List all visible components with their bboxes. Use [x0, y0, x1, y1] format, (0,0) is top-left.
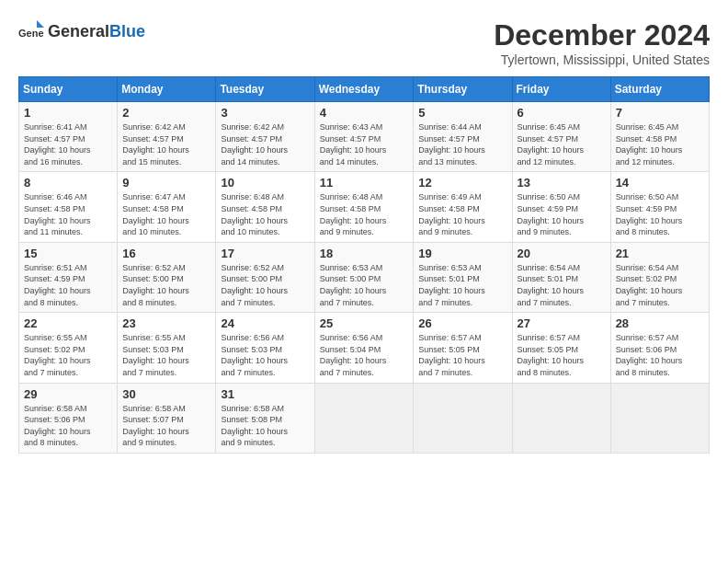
dow-header-monday: Monday: [118, 77, 216, 102]
calendar-cell: 8Sunrise: 6:46 AMSunset: 4:58 PMDaylight…: [19, 172, 118, 242]
day-info: Sunrise: 6:56 AMSunset: 5:04 PMDaylight:…: [320, 332, 409, 378]
calendar-cell: 6Sunrise: 6:45 AMSunset: 4:57 PMDaylight…: [512, 102, 610, 172]
dow-header-sunday: Sunday: [19, 77, 118, 102]
day-number: 18: [320, 247, 409, 260]
calendar-cell: 21Sunrise: 6:54 AMSunset: 5:02 PMDayligh…: [610, 242, 709, 312]
day-info: Sunrise: 6:42 AMSunset: 4:57 PMDaylight:…: [221, 121, 309, 167]
calendar-cell: [314, 383, 414, 453]
dow-header-saturday: Saturday: [610, 77, 709, 102]
day-number: 8: [24, 176, 112, 190]
calendar-cell: [414, 383, 512, 453]
day-number: 5: [418, 106, 506, 120]
day-info: Sunrise: 6:57 AMSunset: 5:05 PMDaylight:…: [518, 332, 606, 378]
day-number: 13: [518, 176, 606, 190]
calendar-cell: 17Sunrise: 6:52 AMSunset: 5:00 PMDayligh…: [216, 242, 314, 312]
calendar-cell: 16Sunrise: 6:52 AMSunset: 5:00 PMDayligh…: [118, 242, 216, 312]
week-row-4: 22Sunrise: 6:55 AMSunset: 5:02 PMDayligh…: [19, 313, 710, 383]
day-of-week-row: SundayMondayTuesdayWednesdayThursdayFrid…: [19, 77, 710, 102]
day-info: Sunrise: 6:48 AMSunset: 4:58 PMDaylight:…: [221, 191, 309, 237]
day-info: Sunrise: 6:48 AMSunset: 4:58 PMDaylight:…: [320, 191, 409, 237]
day-number: 27: [518, 316, 606, 330]
page-header: General GeneralBlue December 2024 Tylert…: [18, 18, 710, 67]
day-number: 29: [24, 387, 112, 401]
day-number: 2: [122, 106, 210, 120]
day-number: 4: [320, 106, 409, 120]
day-number: 14: [616, 176, 704, 190]
day-number: 26: [418, 316, 506, 330]
day-number: 25: [320, 316, 409, 330]
calendar-cell: 2Sunrise: 6:42 AMSunset: 4:57 PMDaylight…: [118, 102, 216, 172]
calendar-cell: 30Sunrise: 6:58 AMSunset: 5:07 PMDayligh…: [118, 383, 216, 453]
calendar-cell: 12Sunrise: 6:49 AMSunset: 4:58 PMDayligh…: [414, 172, 512, 242]
calendar-cell: 14Sunrise: 6:50 AMSunset: 4:59 PMDayligh…: [610, 172, 709, 242]
dow-header-friday: Friday: [512, 77, 610, 102]
day-info: Sunrise: 6:55 AMSunset: 5:03 PMDaylight:…: [122, 332, 210, 378]
week-row-2: 8Sunrise: 6:46 AMSunset: 4:58 PMDaylight…: [19, 172, 710, 242]
calendar-cell: 5Sunrise: 6:44 AMSunset: 4:57 PMDaylight…: [414, 102, 512, 172]
day-number: 28: [616, 316, 704, 330]
calendar-cell: 4Sunrise: 6:43 AMSunset: 4:57 PMDaylight…: [314, 102, 414, 172]
day-info: Sunrise: 6:51 AMSunset: 4:59 PMDaylight:…: [24, 262, 112, 308]
day-number: 19: [418, 247, 506, 260]
calendar-cell: 25Sunrise: 6:56 AMSunset: 5:04 PMDayligh…: [314, 313, 414, 383]
calendar-cell: 24Sunrise: 6:56 AMSunset: 5:03 PMDayligh…: [216, 313, 314, 383]
logo-blue-text: Blue: [109, 22, 145, 40]
day-info: Sunrise: 6:47 AMSunset: 4:58 PMDaylight:…: [122, 191, 210, 237]
day-number: 30: [122, 387, 210, 401]
calendar-cell: 11Sunrise: 6:48 AMSunset: 4:58 PMDayligh…: [314, 172, 414, 242]
day-info: Sunrise: 6:56 AMSunset: 5:03 PMDaylight:…: [221, 332, 309, 378]
calendar-cell: 7Sunrise: 6:45 AMSunset: 4:58 PMDaylight…: [610, 102, 709, 172]
svg-marker-1: [37, 20, 44, 28]
calendar-body: 1Sunrise: 6:41 AMSunset: 4:57 PMDaylight…: [19, 102, 710, 454]
day-number: 16: [122, 247, 210, 260]
day-info: Sunrise: 6:44 AMSunset: 4:57 PMDaylight:…: [418, 121, 506, 167]
day-number: 11: [320, 176, 409, 190]
day-number: 12: [418, 176, 506, 190]
day-number: 17: [221, 247, 309, 260]
day-number: 22: [24, 316, 112, 330]
day-number: 21: [616, 247, 704, 260]
day-info: Sunrise: 6:58 AMSunset: 5:08 PMDaylight:…: [221, 403, 309, 449]
logo-general-text: General: [48, 22, 109, 40]
month-title: December 2024: [494, 18, 710, 52]
week-row-5: 29Sunrise: 6:58 AMSunset: 5:06 PMDayligh…: [19, 383, 710, 453]
calendar-cell: 19Sunrise: 6:53 AMSunset: 5:01 PMDayligh…: [414, 242, 512, 312]
day-number: 23: [122, 316, 210, 330]
day-info: Sunrise: 6:43 AMSunset: 4:57 PMDaylight:…: [320, 121, 409, 167]
day-info: Sunrise: 6:53 AMSunset: 5:00 PMDaylight:…: [320, 262, 409, 308]
calendar-cell: 26Sunrise: 6:57 AMSunset: 5:05 PMDayligh…: [414, 313, 512, 383]
day-info: Sunrise: 6:54 AMSunset: 5:01 PMDaylight:…: [518, 262, 606, 308]
day-number: 6: [518, 106, 606, 120]
day-number: 24: [221, 316, 309, 330]
day-info: Sunrise: 6:58 AMSunset: 5:06 PMDaylight:…: [24, 403, 112, 449]
dow-header-thursday: Thursday: [414, 77, 512, 102]
logo: General GeneralBlue: [18, 18, 145, 44]
day-number: 9: [122, 176, 210, 190]
calendar-cell: [512, 383, 610, 453]
calendar-cell: 29Sunrise: 6:58 AMSunset: 5:06 PMDayligh…: [19, 383, 118, 453]
day-number: 31: [221, 387, 309, 401]
title-area: December 2024 Tylertown, Mississippi, Un…: [494, 18, 710, 67]
calendar-cell: 18Sunrise: 6:53 AMSunset: 5:00 PMDayligh…: [314, 242, 414, 312]
dow-header-wednesday: Wednesday: [314, 77, 414, 102]
day-info: Sunrise: 6:45 AMSunset: 4:57 PMDaylight:…: [518, 121, 606, 167]
calendar-cell: 28Sunrise: 6:57 AMSunset: 5:06 PMDayligh…: [610, 313, 709, 383]
week-row-3: 15Sunrise: 6:51 AMSunset: 4:59 PMDayligh…: [19, 242, 710, 312]
calendar-cell: 31Sunrise: 6:58 AMSunset: 5:08 PMDayligh…: [216, 383, 314, 453]
day-number: 7: [616, 106, 704, 120]
day-info: Sunrise: 6:52 AMSunset: 5:00 PMDaylight:…: [221, 262, 309, 308]
day-info: Sunrise: 6:49 AMSunset: 4:58 PMDaylight:…: [418, 191, 506, 237]
day-number: 20: [518, 247, 606, 260]
day-info: Sunrise: 6:57 AMSunset: 5:06 PMDaylight:…: [616, 332, 704, 378]
day-info: Sunrise: 6:42 AMSunset: 4:57 PMDaylight:…: [122, 121, 210, 167]
day-info: Sunrise: 6:52 AMSunset: 5:00 PMDaylight:…: [122, 262, 210, 308]
calendar-cell: 1Sunrise: 6:41 AMSunset: 4:57 PMDaylight…: [19, 102, 118, 172]
day-info: Sunrise: 6:58 AMSunset: 5:07 PMDaylight:…: [122, 403, 210, 449]
logo-icon: General: [18, 18, 44, 44]
calendar-cell: 22Sunrise: 6:55 AMSunset: 5:02 PMDayligh…: [19, 313, 118, 383]
calendar-cell: 20Sunrise: 6:54 AMSunset: 5:01 PMDayligh…: [512, 242, 610, 312]
location-title: Tylertown, Mississippi, United States: [494, 52, 710, 67]
dow-header-tuesday: Tuesday: [216, 77, 314, 102]
week-row-1: 1Sunrise: 6:41 AMSunset: 4:57 PMDaylight…: [19, 102, 710, 172]
svg-text:General: General: [18, 28, 44, 39]
